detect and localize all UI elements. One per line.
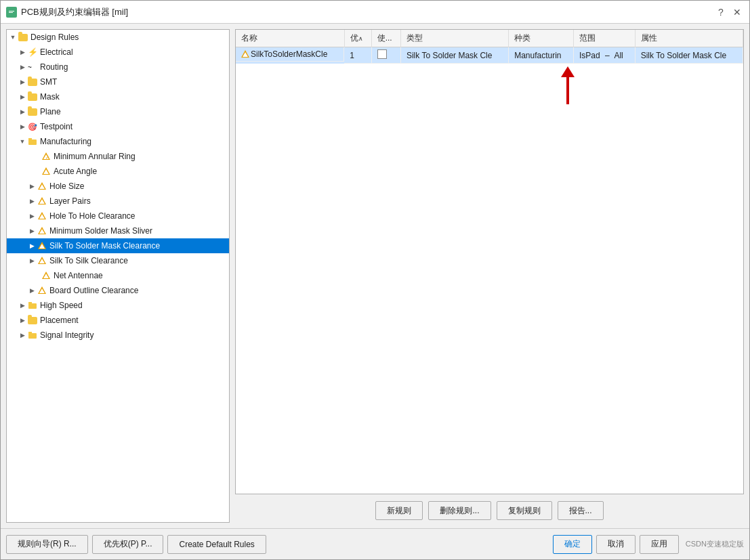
tree-label-acute-angle: Acute Angle — [54, 167, 97, 176]
footer-right: 确定 取消 应用 CSDN变速稳定版 — [553, 535, 744, 554]
col-header-category[interactable]: 种类 — [509, 30, 574, 47]
confirm-button[interactable]: 确定 — [553, 535, 592, 554]
cell-enabled[interactable] — [371, 47, 400, 64]
apply-button[interactable]: 应用 — [640, 535, 679, 554]
folder-icon-signal-integrity — [27, 330, 38, 341]
expand-icon-silk-solder[interactable]: ▶ — [27, 241, 37, 251]
expand-icon-board-outline[interactable]: ▶ — [27, 286, 37, 295]
tree-item-min-solder[interactable]: ▶ Minimum Solder Mask Sliver — [7, 223, 229, 238]
col-header-scope[interactable]: 范围 — [574, 30, 636, 47]
testpoint-icon: 🎯 — [27, 121, 38, 132]
expand-icon-layer-pairs[interactable]: ▶ — [27, 196, 37, 206]
tree-label-plane: Plane — [40, 107, 61, 116]
expand-icon-silk-silk[interactable]: ▶ — [27, 256, 37, 265]
create-default-button[interactable]: Create Default Rules — [167, 535, 266, 554]
enabled-checkbox[interactable] — [377, 49, 387, 59]
tree-item-placement[interactable]: ▶ Placement — [7, 313, 229, 328]
close-button[interactable]: ✕ — [730, 5, 744, 19]
expand-icon-smt[interactable]: ▶ — [18, 77, 27, 87]
expand-placeholder-1 — [31, 152, 41, 161]
expand-icon-hole-to-hole[interactable]: ▶ — [27, 211, 37, 221]
tree-item-plane[interactable]: ▶ Plane — [7, 104, 229, 119]
tree-item-high-speed[interactable]: ▶ High Speed — [7, 298, 229, 313]
tree-label-signal-integrity: Signal Integrity — [40, 330, 93, 340]
report-button[interactable]: 报告... — [558, 501, 604, 520]
main-content: ▼ Design Rules ▶ ⚡ Electrical ▶ ~ — [1, 24, 749, 528]
folder-icon-smt — [27, 77, 38, 87]
expand-icon-placement[interactable]: ▶ — [18, 316, 27, 325]
tree-item-net-antennae[interactable]: Net Antennae — [7, 268, 229, 283]
folder-icon-electrical: ⚡ — [27, 47, 38, 58]
new-rule-button[interactable]: 新规则 — [375, 501, 423, 520]
expand-icon-hole-size[interactable]: ▶ — [27, 181, 37, 191]
tree-item-routing[interactable]: ▶ ~ Routing — [7, 60, 229, 74]
red-arrow — [561, 66, 575, 104]
arrow-annotation — [236, 64, 743, 104]
tree-item-board-outline[interactable]: ▶ Board Outline Clearance — [7, 283, 229, 298]
col-header-priority[interactable]: 优∧ — [344, 30, 371, 47]
priority-button[interactable]: 优先权(P) P... — [92, 535, 164, 554]
tree-item-electrical[interactable]: ▶ ⚡ Electrical — [7, 45, 229, 60]
cell-priority: 1 — [344, 47, 371, 64]
bottom-button-bar: 新规则 删除规则... 复制规则 报告... — [235, 498, 744, 523]
tree-item-smt[interactable]: ▶ SMT — [7, 74, 229, 89]
rule-icon-layer-pairs — [37, 196, 47, 207]
tree-item-silk-solder[interactable]: ▶ Silk To Solder Mask Clearance — [7, 238, 229, 253]
folder-icon-mask — [27, 91, 38, 102]
rule-wizard-button[interactable]: 规则向导(R) R... — [6, 535, 88, 554]
tree-label-manufacturing: Manufacturing — [40, 137, 91, 146]
tree-label-minimum-annular-ring: Minimum Annular Ring — [54, 152, 136, 161]
tree-item-acute-angle[interactable]: Acute Angle — [7, 164, 229, 179]
expand-placeholder-2 — [31, 167, 41, 176]
delete-rule-button[interactable]: 删除规则... — [428, 501, 491, 520]
expand-icon-routing[interactable]: ▶ — [18, 62, 27, 72]
tree-item-design-rules[interactable]: ▼ Design Rules — [7, 30, 229, 45]
app-icon — [6, 7, 17, 18]
tree-item-hole-to-hole[interactable]: ▶ Hole To Hole Clearance — [7, 209, 229, 223]
col-header-enabled[interactable]: 使... — [371, 30, 400, 47]
rules-table-container: 名称 优∧ 使... 类型 种类 范围 属性 — [235, 29, 744, 494]
tree-item-layer-pairs[interactable]: ▶ Layer Pairs — [7, 194, 229, 209]
col-header-attributes[interactable]: 属性 — [635, 30, 743, 47]
tree-label-hole-size: Hole Size — [49, 181, 84, 191]
svg-rect-32 — [28, 332, 32, 334]
expand-icon-min-solder[interactable]: ▶ — [27, 226, 37, 236]
svg-text:⚡: ⚡ — [28, 47, 37, 57]
tree-label-mask: Mask — [40, 92, 60, 102]
tree-item-hole-size[interactable]: ▶ Hole Size — [7, 179, 229, 194]
tree-label-routing: Routing — [40, 62, 68, 72]
tree-item-signal-integrity[interactable]: ▶ Signal Integrity — [7, 328, 229, 343]
help-button[interactable]: ? — [714, 5, 728, 19]
rule-icon-silk-silk — [37, 255, 47, 266]
expand-icon-plane[interactable]: ▶ — [18, 107, 27, 116]
svg-rect-6 — [28, 139, 37, 145]
tree-label-hole-to-hole: Hole To Hole Clearance — [49, 211, 136, 221]
table-header-row: 名称 优∧ 使... 类型 种类 范围 属性 — [236, 30, 743, 47]
col-header-type[interactable]: 类型 — [400, 30, 508, 47]
tree-item-minimum-annular-ring[interactable]: ✓ Minimum Annular Ring — [7, 149, 229, 164]
tree-label-testpoint: Testpoint — [40, 122, 72, 131]
cancel-button[interactable]: 取消 — [596, 535, 636, 554]
expand-icon-signal-integrity[interactable]: ▶ — [18, 330, 27, 340]
svg-rect-2 — [9, 12, 13, 13]
tree-label-net-antennae: Net Antennae — [54, 271, 103, 280]
table-row[interactable]: SilkToSolderMaskCle 1 Silk To Solder Mas… — [236, 47, 743, 64]
footer: 规则向导(R) R... 优先权(P) P... Create Default … — [1, 528, 749, 559]
expand-icon-mask[interactable]: ▶ — [18, 92, 27, 102]
expand-icon-testpoint[interactable]: ▶ — [18, 122, 27, 131]
tree-item-manufacturing[interactable]: ▼ Manufacturing — [7, 134, 229, 149]
expand-icon-high-speed[interactable]: ▶ — [18, 301, 27, 310]
svg-rect-7 — [28, 138, 32, 140]
copy-rule-button[interactable]: 复制规则 — [497, 501, 552, 520]
expand-icon-manufacturing[interactable]: ▼ — [18, 137, 27, 146]
arrow-shaft — [566, 77, 569, 104]
tree-item-testpoint[interactable]: ▶ 🎯 Testpoint — [7, 119, 229, 134]
expand-icon-design-rules[interactable]: ▼ — [8, 33, 18, 42]
main-window: PCB规则及约束编辑器 [mil] ? ✕ ▼ Design Rules ▶ ⚡ — [0, 0, 750, 560]
footer-left: 规则向导(R) R... 优先权(P) P... Create Default … — [6, 535, 266, 554]
col-header-name[interactable]: 名称 — [236, 30, 344, 47]
expand-icon-electrical[interactable]: ▶ — [18, 47, 27, 57]
rule-icon-acute — [41, 166, 51, 177]
tree-item-mask[interactable]: ▶ Mask — [7, 89, 229, 104]
tree-item-silk-silk[interactable]: ▶ Silk To Silk Clearance — [7, 253, 229, 268]
